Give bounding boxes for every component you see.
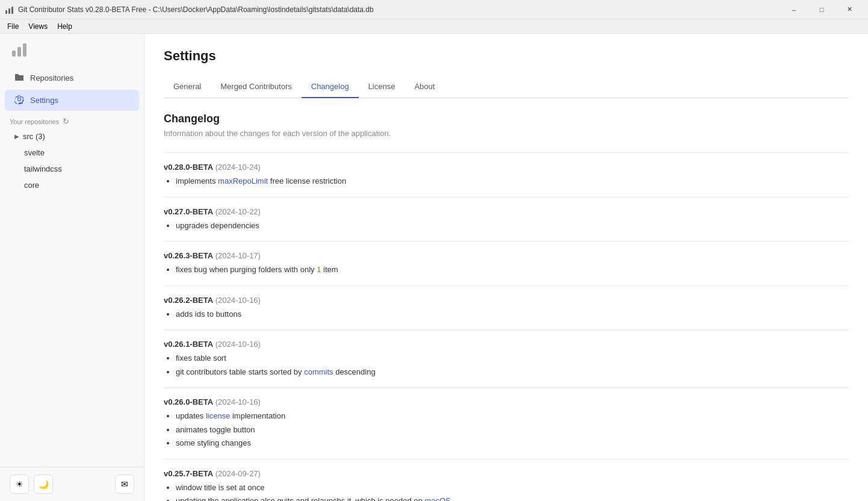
divider-7 (164, 459, 849, 459)
version-block-0257: v0.25.7-BETA (2024-09-27) window title i… (164, 469, 849, 502)
refresh-icon[interactable]: ↻ (63, 117, 69, 126)
sidebar-repositories-label: Repositories (30, 73, 73, 82)
version-block-0263: v0.26.3-BETA (2024-10-17) fixes bug when… (164, 251, 849, 276)
version-header-028: v0.28.0-BETA (2024-10-24) (164, 163, 849, 172)
version-block-0262: v0.26.2-BETA (2024-10-16) adds ids to bu… (164, 296, 849, 320)
version-tag-0257: v0.25.7-BETA (164, 469, 213, 478)
your-repos-section: Your repositories ↻ (0, 112, 144, 128)
titlebar-title: Git Contributor Stats v0.28.0-BETA Free … (18, 5, 780, 14)
list-item: implements maxRepoLimit free license res… (176, 175, 849, 187)
repo-item-svelte[interactable]: svelte (5, 145, 139, 161)
bar1 (12, 51, 16, 57)
app-body: Repositories Settings Your repositories … (0, 34, 868, 501)
sidebar: Repositories Settings Your repositories … (0, 34, 144, 501)
list-item: updating the application also quits and … (176, 495, 849, 501)
repo-item-tailwindcss[interactable]: tailwindcss (5, 161, 139, 177)
gear-icon (14, 95, 24, 106)
version-date-0263: (2024-10-17) (215, 251, 261, 260)
divider-3 (164, 241, 849, 241)
window-controls: – □ ✕ (780, 0, 863, 19)
version-header-0261: v0.26.1-BETA (2024-10-16) (164, 340, 849, 349)
list-item: fixes bug when purging folders with only… (176, 264, 849, 276)
mail-button[interactable]: ✉ (115, 475, 134, 494)
version-tag-028: v0.28.0-BETA (164, 163, 213, 172)
repo-list: ▶ src (3) svelte tailwindcss core (0, 128, 144, 193)
repo-name-svelte: svelte (24, 148, 45, 157)
repo-name-src: src (3) (23, 132, 45, 141)
titlebar: Git Contributor Stats v0.28.0-BETA Free … (0, 0, 868, 19)
sidebar-navigation: Repositories Settings Your repositories … (0, 61, 144, 467)
tab-license[interactable]: License (359, 76, 405, 98)
version-date-0261: (2024-10-16) (215, 340, 261, 349)
folder-icon (14, 72, 24, 84)
tab-changelog[interactable]: Changelog (302, 76, 359, 98)
divider-1 (164, 152, 849, 153)
highlight: 1 (317, 265, 321, 274)
divider-6 (164, 387, 849, 388)
tab-merged-contributors[interactable]: Merged Contributors (211, 76, 302, 98)
version-date-0262: (2024-10-16) (215, 296, 261, 305)
settings-tabs: General Merged Contributors Changelog Li… (164, 76, 849, 98)
changelog-title: Changelog (164, 113, 849, 125)
minimize-button[interactable]: – (780, 0, 808, 19)
menu-views[interactable]: Views (23, 21, 52, 32)
highlight: maxRepoLimit (218, 176, 268, 185)
tab-about[interactable]: About (405, 76, 444, 98)
version-tag-027: v0.27.0-BETA (164, 207, 213, 216)
version-block-0260: v0.26.0-BETA (2024-10-16) updates licens… (164, 397, 849, 449)
repo-name-core: core (24, 181, 39, 190)
repo-item-src[interactable]: ▶ src (3) (5, 128, 139, 145)
list-item: upgrades dependencies (176, 220, 849, 232)
highlight: macOS (424, 496, 450, 501)
highlight: commits (304, 367, 333, 376)
version-tag-0260: v0.26.0-BETA (164, 397, 213, 406)
version-header-0260: v0.26.0-BETA (2024-10-16) (164, 397, 849, 406)
version-items-0261: fixes table sort git contributors table … (164, 352, 849, 378)
sidebar-logo (0, 34, 144, 61)
svg-rect-0 (5, 10, 7, 14)
repo-name-tailwindcss: tailwindcss (24, 164, 62, 173)
version-block-0261: v0.26.1-BETA (2024-10-16) fixes table so… (164, 340, 849, 378)
light-mode-button[interactable]: ☀ (10, 475, 29, 494)
version-items-027: upgrades dependencies (164, 220, 849, 232)
list-item: window title is set at once (176, 482, 849, 494)
highlight: license (206, 411, 230, 420)
version-date-027: (2024-10-22) (215, 207, 261, 216)
version-header-0263: v0.26.3-BETA (2024-10-17) (164, 251, 849, 260)
your-repos-label: Your repositories (10, 118, 59, 125)
maximize-button[interactable]: □ (808, 0, 835, 19)
version-items-028: implements maxRepoLimit free license res… (164, 175, 849, 187)
close-button[interactable]: ✕ (835, 0, 863, 19)
menu-help[interactable]: Help (52, 21, 77, 32)
repo-item-core[interactable]: core (5, 177, 139, 193)
version-header-027: v0.27.0-BETA (2024-10-22) (164, 207, 849, 216)
list-item: some styling changes (176, 437, 849, 449)
version-block-028: v0.28.0-BETA (2024-10-24) implements max… (164, 163, 849, 187)
version-header-0262: v0.26.2-BETA (2024-10-16) (164, 296, 849, 305)
version-tag-0261: v0.26.1-BETA (164, 340, 213, 349)
version-items-0257: window title is set at once updating the… (164, 482, 849, 502)
version-date-028: (2024-10-24) (215, 163, 261, 172)
changelog-section: Changelog Information about the changes … (164, 113, 849, 501)
logo-icon (12, 43, 132, 57)
version-block-027: v0.27.0-BETA (2024-10-22) upgrades depen… (164, 207, 849, 232)
menu-file[interactable]: File (2, 21, 23, 32)
divider-4 (164, 285, 849, 286)
tab-general[interactable]: General (164, 76, 211, 98)
sidebar-settings-label: Settings (30, 96, 58, 105)
svg-rect-1 (8, 8, 10, 14)
main-content: Settings General Merged Contributors Cha… (144, 34, 868, 501)
dark-mode-button[interactable]: 🌙 (34, 475, 53, 494)
list-item: adds ids to buttons (176, 308, 849, 320)
list-item: updates license implementation (176, 410, 849, 422)
divider-2 (164, 197, 849, 198)
sidebar-item-repositories[interactable]: Repositories (5, 67, 139, 89)
svg-rect-2 (11, 7, 13, 14)
sidebar-item-settings[interactable]: Settings (5, 90, 139, 111)
version-header-0257: v0.25.7-BETA (2024-09-27) (164, 469, 849, 478)
menubar: File Views Help (0, 19, 868, 34)
version-items-0260: updates license implementation animates … (164, 410, 849, 449)
version-date-0257: (2024-09-27) (215, 469, 261, 478)
version-items-0263: fixes bug when purging folders with only… (164, 264, 849, 276)
changelog-subtitle: Information about the changes for each v… (164, 129, 849, 138)
